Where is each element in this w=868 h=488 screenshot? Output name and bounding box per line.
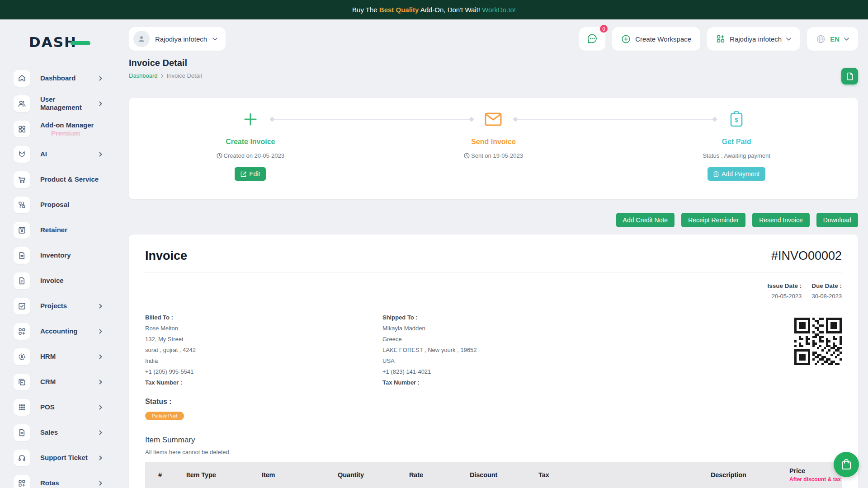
language-selector[interactable]: EN bbox=[807, 27, 858, 51]
receipt-reminder-button[interactable]: Receipt Reminder bbox=[681, 213, 745, 227]
status-badge: Partialy Paid bbox=[145, 412, 184, 420]
banner-text: Buy The bbox=[352, 6, 379, 14]
sidebar-item-crm[interactable]: CRM bbox=[14, 369, 122, 394]
status-label: Status : bbox=[145, 398, 842, 406]
clock-icon bbox=[217, 153, 222, 159]
sidebar-item-retainer[interactable]: Retainer bbox=[14, 217, 122, 243]
sidebar-item-invoice[interactable]: Invoice bbox=[14, 268, 122, 293]
divider bbox=[145, 272, 842, 272]
invoice-title: Invoice bbox=[145, 249, 187, 263]
chevron-right-icon bbox=[99, 329, 102, 334]
chevron-right-icon bbox=[99, 481, 102, 486]
billed-to-block: Billed To : Rose Melton 132, My Street s… bbox=[145, 314, 382, 386]
sidebar-item-sales[interactable]: Sales bbox=[14, 420, 122, 445]
sales-document-icon bbox=[14, 424, 30, 441]
shopping-bag-icon bbox=[841, 459, 852, 470]
check-square-icon bbox=[14, 298, 30, 314]
step-title: Create Invoice bbox=[226, 138, 275, 146]
plus-circle-icon bbox=[621, 34, 631, 44]
promo-banner: Buy The Best Quality Add-On, Don't Wait!… bbox=[0, 0, 868, 19]
banner-text-2: Add-On, Don't Wait! bbox=[419, 6, 482, 14]
step-send-invoice: Send Invoice Sent on 19-05-2023 bbox=[372, 110, 615, 199]
sidebar-item-inventory[interactable]: Inventory bbox=[14, 243, 122, 268]
breadcrumb-current: Invoice Detail bbox=[167, 72, 202, 79]
rotas-grid-icon bbox=[14, 475, 30, 488]
sidebar-item-proposal[interactable]: Proposal bbox=[14, 192, 122, 217]
globe-icon bbox=[816, 34, 826, 44]
sidebar-item-product-service[interactable]: Product & Service bbox=[14, 167, 122, 192]
create-workspace-button[interactable]: Create Workspace bbox=[612, 27, 700, 51]
breadcrumb-link-dashboard[interactable]: Dashboard bbox=[129, 72, 158, 79]
chat-button[interactable]: 0 bbox=[579, 27, 605, 51]
invoice-actions: Add Credit Note Receipt Reminder Resend … bbox=[129, 213, 858, 227]
breadcrumb-separator-icon bbox=[161, 74, 164, 78]
headset-icon bbox=[14, 450, 30, 466]
sidebar-item-pos[interactable]: POS bbox=[14, 394, 122, 420]
sidebar-item-accounting[interactable]: Accounting bbox=[14, 319, 122, 344]
users-icon bbox=[14, 95, 30, 112]
chevron-right-icon bbox=[99, 430, 102, 435]
invoice-number: #INVO00002 bbox=[771, 249, 842, 263]
step-subtitle: Status : Awaiting payment bbox=[703, 152, 770, 159]
app-logo[interactable]: DASH bbox=[29, 34, 122, 50]
banner-workdo-link[interactable]: WorkDo.Io! bbox=[482, 6, 516, 14]
chat-icon bbox=[586, 33, 598, 45]
document-icon bbox=[14, 247, 30, 264]
chevron-right-icon bbox=[99, 152, 102, 157]
clipboard-icon: $ bbox=[713, 171, 719, 177]
workspace-selector[interactable]: Rajodiya infotech bbox=[129, 27, 226, 51]
download-button[interactable]: Download bbox=[816, 213, 858, 227]
chevron-down-icon bbox=[844, 38, 849, 41]
sidebar-item-addon-manager[interactable]: Add-on Manager Premium bbox=[14, 116, 122, 141]
chevron-right-icon bbox=[99, 304, 102, 309]
sidebar-item-rotas[interactable]: Rotas bbox=[14, 470, 122, 488]
page-title: Invoice Detail bbox=[129, 58, 202, 68]
sidebar-item-user-management[interactable]: User Management bbox=[14, 91, 122, 116]
due-date: Due Date : 30-08-2023 bbox=[811, 282, 842, 300]
floating-cart-button[interactable] bbox=[834, 452, 859, 477]
sidebar-item-dashboard[interactable]: Dashboard bbox=[14, 66, 122, 91]
clock-icon bbox=[464, 153, 470, 159]
shipped-to-block: Shipped To : Mikayla Madden Greece LAKE … bbox=[382, 314, 620, 386]
export-invoice-button[interactable] bbox=[841, 68, 858, 84]
account-workspace-selector[interactable]: Rajodiya infotech bbox=[707, 27, 800, 51]
chevron-right-icon bbox=[99, 380, 102, 385]
add-payment-button[interactable]: $ Add Payment bbox=[708, 167, 765, 181]
sidebar-item-ai[interactable]: AI bbox=[14, 141, 122, 167]
qr-code bbox=[794, 314, 842, 386]
chevron-right-icon bbox=[99, 354, 102, 359]
price-header: Price After discount & tax bbox=[789, 467, 842, 483]
page-heading-block: Invoice Detail Dashboard Invoice Detail bbox=[129, 58, 202, 79]
premium-badge: Premium bbox=[51, 129, 94, 137]
price-subheader: After discount & tax bbox=[789, 476, 842, 483]
chevron-right-icon bbox=[99, 76, 102, 81]
step-create-invoice: Create Invoice Created on 20-05-2023 Edi… bbox=[129, 110, 372, 199]
invoice-document-icon bbox=[14, 272, 30, 289]
chevron-down-icon bbox=[212, 38, 217, 41]
sidebar-item-hrm[interactable]: HRM bbox=[14, 344, 122, 369]
item-summary-title: Item Summary bbox=[145, 436, 842, 445]
step-title: Send Invoice bbox=[471, 138, 516, 146]
crm-copy-icon bbox=[14, 374, 30, 390]
envelope-icon bbox=[485, 110, 502, 129]
grid-icon bbox=[14, 121, 30, 137]
edit-button[interactable]: Edit bbox=[235, 167, 266, 181]
step-subtitle: Sent on 19-05-2023 bbox=[464, 152, 523, 159]
sidebar-item-support-ticket[interactable]: Support Ticket bbox=[14, 445, 122, 470]
items-table: # Item Type Item Quantity Rate Discount … bbox=[145, 462, 842, 488]
sidebar-item-projects[interactable]: Projects bbox=[14, 293, 122, 319]
status-block: Status : Partialy Paid bbox=[145, 398, 842, 420]
hrm-icon bbox=[14, 348, 30, 365]
invoice-timeline-card: Create Invoice Created on 20-05-2023 Edi… bbox=[129, 98, 858, 199]
chevron-down-icon bbox=[786, 38, 791, 41]
chevron-right-icon bbox=[99, 455, 102, 460]
grid-plus-icon bbox=[14, 323, 30, 340]
logo-dash-shape bbox=[71, 41, 90, 45]
svg-text:$: $ bbox=[735, 117, 739, 123]
top-header: Rajodiya infotech 0 Create Workspace Raj… bbox=[129, 27, 858, 51]
resend-invoice-button[interactable]: Resend Invoice bbox=[752, 213, 810, 227]
ai-bot-icon bbox=[14, 146, 30, 163]
chevron-right-icon bbox=[99, 405, 102, 410]
add-credit-note-button[interactable]: Add Credit Note bbox=[616, 213, 675, 227]
banner-highlight: Best Quality bbox=[379, 6, 419, 14]
